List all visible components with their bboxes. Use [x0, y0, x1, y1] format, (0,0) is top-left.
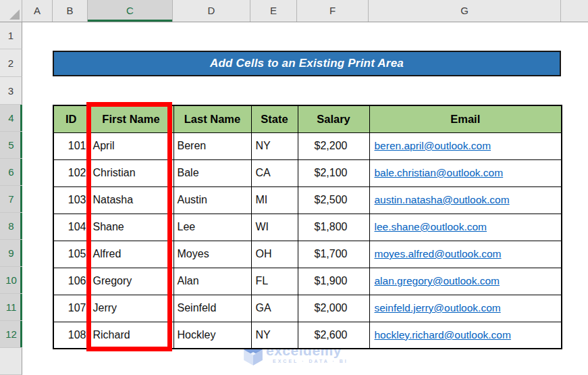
- cell-state[interactable]: OH: [251, 241, 298, 268]
- cell-state[interactable]: MI: [251, 186, 298, 214]
- row-header-8[interactable]: 8: [0, 213, 22, 240]
- cell-salary[interactable]: $1,800: [298, 214, 369, 241]
- email-link[interactable]: bale.christian@outlook.com: [375, 167, 504, 178]
- cell-last-name[interactable]: Hockley: [173, 322, 251, 349]
- cell-last-name[interactable]: Austin: [173, 186, 251, 214]
- title-banner-cell[interactable]: Add Cells to an Existing Print Area: [53, 51, 561, 76]
- row-header-11[interactable]: 11: [0, 294, 22, 321]
- cell-first-name[interactable]: Shane: [88, 214, 173, 241]
- table-header-last-name[interactable]: Last Name: [173, 105, 251, 132]
- cell-state[interactable]: NY: [251, 322, 298, 349]
- cell-id[interactable]: 107: [53, 295, 88, 322]
- row-header-10[interactable]: 10: [0, 267, 22, 294]
- cell-state[interactable]: CA: [251, 159, 298, 186]
- cell-last-name[interactable]: Seinfeld: [173, 295, 251, 322]
- cell-id[interactable]: 106: [53, 268, 88, 295]
- cell-id[interactable]: 104: [53, 214, 88, 241]
- cell-last-name[interactable]: Beren: [173, 132, 251, 159]
- email-link[interactable]: seinfeld.jerry@outlook.com: [375, 302, 501, 314]
- cell-state[interactable]: WI: [251, 214, 298, 241]
- row-header-strip: 1 2 3 4 5 6 7 8 9 10 11 12: [0, 22, 22, 375]
- table-row: 103 Natasha Austin MI $2,500 austin.nata…: [53, 186, 562, 214]
- cell-salary[interactable]: $2,600: [298, 322, 369, 349]
- cell-first-name[interactable]: Christian: [88, 159, 173, 186]
- table-header-state[interactable]: State: [251, 105, 298, 132]
- row-header-3[interactable]: 3: [0, 77, 22, 105]
- cell-salary[interactable]: $1,700: [298, 241, 369, 268]
- watermark-tagline-text: EXCEL · DATA · BI: [266, 359, 348, 364]
- cell-first-name[interactable]: April: [88, 132, 173, 159]
- column-header-c[interactable]: C: [88, 0, 173, 22]
- employee-table: ID First Name Last Name State Salary Ema…: [53, 105, 562, 349]
- cell-first-name[interactable]: Alfred: [88, 241, 173, 268]
- row-header-partial[interactable]: [0, 348, 22, 375]
- cell-state[interactable]: NY: [251, 132, 298, 159]
- cell-id[interactable]: 105: [53, 241, 88, 268]
- column-header-d[interactable]: D: [173, 0, 250, 22]
- row-header-1[interactable]: 1: [0, 22, 22, 49]
- column-header-e[interactable]: E: [250, 0, 297, 22]
- email-link[interactable]: moyes.alfred@outlook.com: [375, 248, 502, 259]
- cell-salary[interactable]: $2,500: [298, 186, 369, 214]
- table-row: 106 Gregory Alan FL $1,900 alan.gregory@…: [53, 268, 562, 295]
- cell-last-name[interactable]: Alan: [173, 268, 251, 295]
- cell-id[interactable]: 102: [53, 159, 88, 186]
- email-link[interactable]: hockley.richard@outlook.com: [375, 329, 511, 341]
- table-row: 102 Christian Bale CA $2,100 bale.christ…: [53, 159, 562, 186]
- table-row: 101 April Beren NY $2,200 beren.april@ou…: [53, 132, 562, 159]
- cell-salary[interactable]: $2,200: [298, 132, 369, 159]
- cell-last-name[interactable]: Moyes: [173, 241, 251, 268]
- cell-last-name[interactable]: Bale: [173, 159, 251, 186]
- email-link[interactable]: lee.shane@outlook.com: [375, 221, 487, 232]
- cell-email[interactable]: moyes.alfred@outlook.com: [369, 241, 562, 268]
- table-header-email[interactable]: Email: [369, 105, 562, 132]
- cell-state[interactable]: FL: [251, 268, 298, 295]
- table-header-first-name[interactable]: First Name: [88, 105, 173, 132]
- column-header-partial[interactable]: [561, 0, 588, 22]
- select-all-triangle-icon: [9, 9, 20, 20]
- row-header-6[interactable]: 6: [0, 159, 22, 186]
- table-header-salary[interactable]: Salary: [298, 105, 369, 132]
- row-header-2[interactable]: 2: [0, 49, 22, 77]
- cell-salary[interactable]: $1,900: [298, 268, 369, 295]
- cell-state[interactable]: GA: [251, 295, 298, 322]
- cell-salary[interactable]: $2,000: [298, 295, 369, 322]
- cell-id[interactable]: 108: [53, 322, 88, 349]
- excel-worksheet: A B C D E F G 1 2 3 4 5 6 7 8 9 10 11 12…: [0, 0, 588, 375]
- cell-email[interactable]: austin.natasha@outlook.com: [369, 186, 562, 214]
- row-header-9[interactable]: 9: [0, 240, 22, 267]
- cell-first-name[interactable]: Richard: [88, 322, 173, 349]
- row-header-7[interactable]: 7: [0, 186, 22, 213]
- email-link[interactable]: alan.gregory@outlook.com: [375, 275, 500, 286]
- cell-id[interactable]: 101: [53, 132, 88, 159]
- column-header-g[interactable]: G: [369, 0, 561, 22]
- row-header-12[interactable]: 12: [0, 321, 22, 348]
- cell-email[interactable]: beren.april@outlook.com: [369, 132, 562, 159]
- table-row: 107 Jerry Seinfeld GA $2,000 seinfeld.je…: [53, 295, 562, 322]
- cell-salary[interactable]: $2,100: [298, 159, 369, 186]
- table-row: 104 Shane Lee WI $1,800 lee.shane@outloo…: [53, 214, 562, 241]
- cell-email[interactable]: seinfeld.jerry@outlook.com: [369, 295, 562, 322]
- column-header-a[interactable]: A: [22, 0, 53, 22]
- cell-email[interactable]: hockley.richard@outlook.com: [369, 322, 562, 349]
- column-header-f[interactable]: F: [297, 0, 369, 22]
- cell-email[interactable]: bale.christian@outlook.com: [369, 159, 562, 186]
- table-header-row: ID First Name Last Name State Salary Ema…: [53, 105, 562, 132]
- select-all-corner[interactable]: [0, 0, 22, 22]
- cell-first-name[interactable]: Natasha: [88, 186, 173, 214]
- cell-email[interactable]: alan.gregory@outlook.com: [369, 268, 562, 295]
- cell-email[interactable]: lee.shane@outlook.com: [369, 214, 562, 241]
- cell-first-name[interactable]: Jerry: [88, 295, 173, 322]
- table-header-id[interactable]: ID: [53, 105, 88, 132]
- table-row: 108 Richard Hockley NY $2,600 hockley.ri…: [53, 322, 562, 349]
- email-link[interactable]: austin.natasha@outlook.com: [375, 194, 510, 205]
- row-header-5[interactable]: 5: [0, 132, 22, 159]
- column-header-strip: A B C D E F G: [0, 0, 588, 22]
- cell-id[interactable]: 103: [53, 186, 88, 214]
- row-header-4[interactable]: 4: [0, 105, 22, 132]
- email-link[interactable]: beren.april@outlook.com: [375, 140, 491, 151]
- data-table-region: ID First Name Last Name State Salary Ema…: [53, 105, 562, 349]
- cell-first-name[interactable]: Gregory: [88, 268, 173, 295]
- column-header-b[interactable]: B: [53, 0, 88, 22]
- cell-last-name[interactable]: Lee: [173, 214, 251, 241]
